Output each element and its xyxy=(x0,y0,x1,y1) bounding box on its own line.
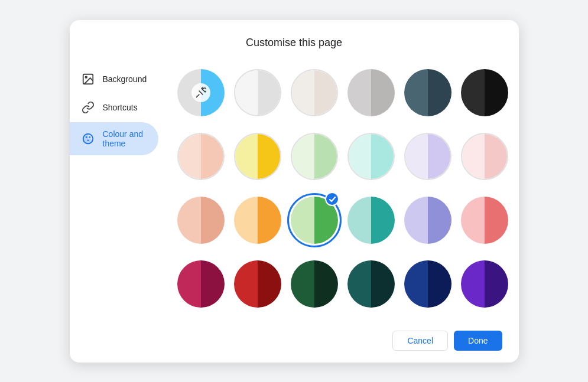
color-option-pink[interactable] xyxy=(461,193,508,247)
color-circle-teal xyxy=(347,197,395,244)
color-circle-pink xyxy=(461,197,508,244)
color-right-half xyxy=(258,260,281,308)
color-option-silver[interactable] xyxy=(347,66,395,120)
color-right-half xyxy=(485,69,508,116)
color-circle-purple xyxy=(461,260,508,308)
eyedropper-icon xyxy=(191,83,210,102)
color-option-teal-dark[interactable] xyxy=(347,257,395,311)
svg-point-1 xyxy=(85,76,87,78)
color-right-half xyxy=(258,70,280,115)
color-left-half xyxy=(461,69,485,116)
color-left-half xyxy=(177,197,201,244)
color-right-half xyxy=(485,134,507,179)
color-left-half xyxy=(404,197,428,244)
customise-dialog: Customise this page BackgroundShortcutsC… xyxy=(70,20,519,363)
color-circle-red xyxy=(234,260,281,308)
color-right-half xyxy=(314,260,338,308)
color-option-teal-light[interactable] xyxy=(347,129,395,184)
color-left-half xyxy=(292,70,314,115)
color-right-half xyxy=(258,197,281,244)
color-circle-peach xyxy=(177,197,225,244)
color-circle-warm-white xyxy=(291,69,338,116)
color-option-slate[interactable] xyxy=(404,66,451,120)
color-left-half xyxy=(349,134,371,179)
sidebar: BackgroundShortcutsColour and theme xyxy=(70,60,166,324)
color-grid xyxy=(177,66,508,312)
color-left-half xyxy=(234,197,258,244)
color-right-half xyxy=(485,197,508,244)
color-option-pink-light[interactable] xyxy=(461,129,508,184)
color-circle-slate xyxy=(404,69,451,116)
color-right-half xyxy=(371,134,394,179)
dialog-title: Customise this page xyxy=(70,20,519,60)
colour-and-theme-icon xyxy=(82,132,95,145)
color-option-warm-white[interactable] xyxy=(291,66,338,120)
color-left-half xyxy=(404,260,428,308)
color-right-half xyxy=(371,197,395,244)
color-circle-teal-dark xyxy=(347,260,395,308)
color-left-half xyxy=(177,260,201,308)
color-option-custom[interactable] xyxy=(177,66,225,120)
svg-point-4 xyxy=(89,136,90,138)
color-left-half xyxy=(347,197,371,244)
color-option-dark[interactable] xyxy=(461,66,508,120)
background-icon xyxy=(82,73,95,86)
color-right-half xyxy=(428,134,450,179)
color-option-forest[interactable] xyxy=(291,257,338,311)
color-left-half xyxy=(461,260,485,308)
svg-point-5 xyxy=(87,139,89,141)
color-left-half xyxy=(234,260,258,308)
color-option-peach-light[interactable] xyxy=(177,129,225,184)
color-right-half xyxy=(428,260,451,308)
color-option-navy[interactable] xyxy=(404,257,451,311)
color-option-yellow[interactable] xyxy=(234,129,281,184)
color-left-half xyxy=(291,260,314,308)
color-right-half xyxy=(201,197,225,244)
color-option-white[interactable] xyxy=(234,66,281,120)
cancel-button[interactable]: Cancel xyxy=(392,331,448,351)
color-left-half xyxy=(235,70,258,115)
dialog-body: BackgroundShortcutsColour and theme xyxy=(70,60,519,324)
color-circle-pink-light xyxy=(461,133,508,180)
sidebar-item-colour-and-theme[interactable]: Colour and theme xyxy=(70,122,159,155)
color-option-peach[interactable] xyxy=(177,193,225,247)
color-option-lavender[interactable] xyxy=(404,193,451,247)
color-circle-lavender-light xyxy=(404,133,451,180)
color-left-half xyxy=(292,134,314,179)
color-left-half xyxy=(405,134,428,179)
shortcuts-label: Shortcuts xyxy=(103,103,138,112)
color-option-green[interactable] xyxy=(291,193,338,247)
color-option-teal[interactable] xyxy=(347,193,395,247)
done-button[interactable]: Done xyxy=(454,331,502,351)
main-content xyxy=(165,60,518,324)
shortcuts-icon xyxy=(82,101,95,114)
color-left-half xyxy=(178,134,201,179)
color-right-half xyxy=(371,260,395,308)
color-circle-rose xyxy=(177,260,225,308)
color-right-half xyxy=(485,260,508,308)
dialog-footer: Cancel Done xyxy=(70,324,519,363)
color-circle-white xyxy=(234,69,281,116)
color-circle-navy xyxy=(404,260,451,308)
color-option-purple[interactable] xyxy=(461,257,508,311)
color-circle-orange xyxy=(234,197,281,244)
color-circle-teal-light xyxy=(347,133,395,180)
color-right-half xyxy=(314,134,337,179)
color-option-green-light[interactable] xyxy=(291,129,338,184)
color-circle-yellow xyxy=(234,133,281,180)
color-option-red[interactable] xyxy=(234,257,281,311)
color-right-half xyxy=(201,134,223,179)
color-option-orange[interactable] xyxy=(234,193,281,247)
background-label: Background xyxy=(103,74,147,84)
color-left-half xyxy=(347,260,371,308)
color-circle-peach-light xyxy=(177,133,225,180)
colour-and-theme-label: Colour and theme xyxy=(103,129,147,148)
color-right-half xyxy=(314,70,337,115)
color-option-rose[interactable] xyxy=(177,257,225,311)
sidebar-item-shortcuts[interactable]: Shortcuts xyxy=(70,94,159,121)
color-circle-lavender xyxy=(404,197,451,244)
custom-color-circle[interactable] xyxy=(177,69,225,116)
sidebar-item-background[interactable]: Background xyxy=(70,66,159,93)
color-circle-forest xyxy=(291,260,338,308)
color-option-lavender-light[interactable] xyxy=(404,129,451,184)
